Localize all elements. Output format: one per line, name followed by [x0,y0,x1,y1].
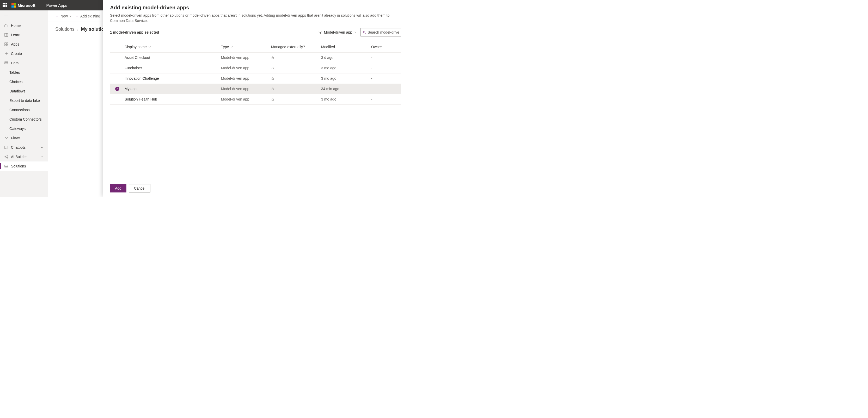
row-name: Fundraiser [125,66,221,70]
sidebar-item-dataflows[interactable]: Dataflows [0,86,48,96]
add-button[interactable]: Add [110,184,126,193]
sidebar-item-flows[interactable]: Flows [0,133,48,143]
search-input[interactable] [368,30,399,34]
brand-logo: Microsoft [11,3,35,7]
svg-rect-4 [5,44,6,46]
filter-icon [318,31,322,34]
book-icon [4,33,8,37]
breadcrumb-current: My solutio [81,27,104,32]
chevron-down-icon [354,31,357,34]
table-row[interactable]: FundraiserModel-driven app3 mo ago- [110,63,401,73]
breadcrumb-separator: › [77,27,79,32]
sidebar-item-data[interactable]: Data [0,58,48,68]
table-row[interactable]: ✓My appModel-driven app34 min ago- [110,84,401,94]
sidebar-item-choices[interactable]: Choices [0,77,48,86]
row-managed [271,77,321,80]
column-header-modified[interactable]: Modified [321,45,335,49]
ai-icon [4,155,8,159]
sidebar-item-label: Solutions [11,164,26,168]
sidebar-item-chatbots[interactable]: Chatbots [0,143,48,152]
row-managed [271,98,321,101]
add-existing-label: Add existing [80,14,100,18]
table-row[interactable]: Innovation ChallengeModel-driven app3 mo… [110,73,401,84]
lock-icon [271,56,321,59]
svg-rect-21 [272,58,274,59]
table-row[interactable]: Asset CheckoutModel-driven app3 d ago- [110,53,401,63]
sidebar-item-label: Gateways [9,127,26,131]
hamburger-button[interactable] [0,10,48,21]
new-button[interactable]: ＋ New [55,14,72,19]
svg-rect-8 [5,62,8,63]
sidebar-item-home[interactable]: Home [0,21,48,30]
sidebar-item-label: Tables [9,70,20,74]
row-owner: - [371,97,401,101]
column-header-managed[interactable]: Managed externally? [271,45,305,49]
row-type: Model-driven app [221,56,271,60]
lock-icon [271,66,321,70]
row-modified: 3 mo ago [321,76,371,80]
database-icon [4,61,8,65]
search-icon [363,31,366,34]
sidebar-item-solutions[interactable]: Solutions [0,162,48,171]
svg-rect-9 [5,63,8,64]
chevron-down-icon [148,45,151,48]
chevron-down-icon [230,45,233,48]
sidebar-item-label: Export to data lake [9,99,40,103]
chevron-down-icon [40,155,43,158]
microsoft-logo-icon [11,3,16,7]
brand-text: Microsoft [18,3,35,7]
svg-point-19 [363,31,365,33]
sidebar-item-label: Chatbots [11,145,26,149]
filter-label: Model-driven app [324,30,352,34]
svg-rect-16 [5,166,8,167]
panel-description: Select model-driven apps from other solu… [103,13,408,24]
row-type: Model-driven app [221,76,271,80]
svg-line-14 [6,157,7,158]
app-launcher-icon[interactable] [3,3,7,7]
sidebar-item-tables[interactable]: Tables [0,68,48,77]
sidebar-item-export-data-lake[interactable]: Export to data lake [0,96,48,105]
lock-icon [271,87,321,91]
svg-line-13 [6,156,7,157]
column-header-type[interactable]: Type [221,45,233,49]
chevron-down-icon [69,15,72,18]
column-header-owner[interactable]: Owner [371,45,382,49]
flow-icon [4,136,8,140]
svg-point-11 [7,155,8,156]
sidebar-item-apps[interactable]: Apps [0,40,48,49]
sidebar-item-label: Data [11,61,19,65]
selected-check-icon: ✓ [115,87,119,91]
row-type: Model-driven app [221,66,271,70]
sidebar-item-label: Apps [11,42,19,46]
add-existing-apps-panel: Add existing model-driven apps Select mo… [103,0,408,197]
row-managed [271,87,321,91]
column-header-display-name[interactable]: Display name [125,45,151,49]
sidebar-item-label: Learn [11,33,20,37]
chevron-up-icon [40,62,43,65]
add-existing-button[interactable]: ＋ Add existing [75,14,100,19]
sidebar-item-ai-builder[interactable]: AI Builder [0,152,48,162]
sidebar-item-label: Flows [11,136,21,140]
svg-point-12 [7,157,8,158]
sidebar-item-create[interactable]: Create [0,49,48,58]
table-row[interactable]: Solution Health HubModel-driven app3 mo … [110,94,401,105]
filter-dropdown[interactable]: Model-driven app [318,30,357,34]
breadcrumb-root[interactable]: Solutions [55,27,74,32]
panel-footer: Add Cancel [103,180,408,197]
sidebar: Home Learn Apps Create Data Tables Choic… [0,10,48,197]
cancel-button[interactable]: Cancel [129,184,150,193]
new-button-label: New [60,14,68,18]
row-managed [271,66,321,70]
sidebar-item-connections[interactable]: Connections [0,105,48,114]
sidebar-item-learn[interactable]: Learn [0,30,48,40]
svg-rect-22 [272,68,274,69]
row-type: Model-driven app [221,97,271,101]
sidebar-item-custom-connectors[interactable]: Custom Connectors [0,114,48,124]
sidebar-item-gateways[interactable]: Gateways [0,124,48,133]
sidebar-item-label: Home [11,24,21,28]
row-modified: 3 mo ago [321,97,371,101]
row-name: Asset Checkout [125,56,221,60]
close-button[interactable] [400,4,403,8]
search-box[interactable] [361,28,401,36]
app-name[interactable]: Power Apps [46,3,67,7]
